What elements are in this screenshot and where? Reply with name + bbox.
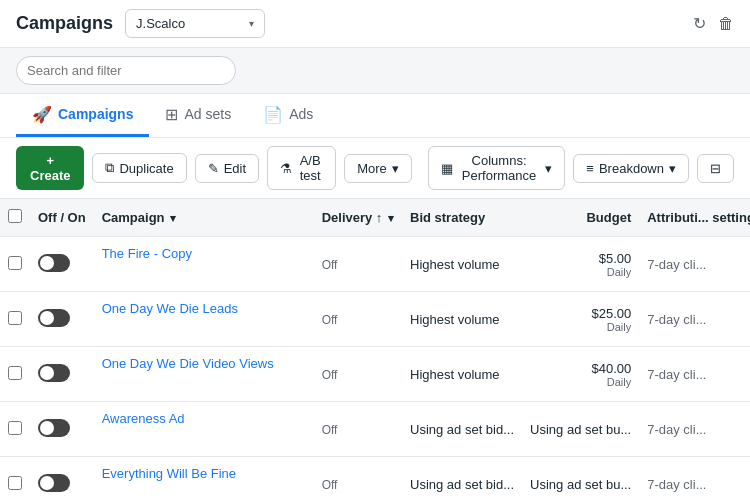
- header-offon: Off / On: [30, 199, 94, 237]
- row-checkbox[interactable]: [8, 366, 22, 380]
- more-row-icon[interactable]: •••: [177, 482, 200, 501]
- header-delivery[interactable]: Delivery ↑ ▾: [314, 199, 402, 237]
- account-selector[interactable]: J.Scalco ▾: [125, 9, 265, 38]
- duplicate-button[interactable]: ⧉ Duplicate: [92, 153, 186, 183]
- row-delivery-cell: Off: [314, 347, 402, 402]
- chart-row-icon[interactable]: 📊: [148, 317, 173, 337]
- campaign-link[interactable]: The Fire - Copy: [102, 246, 192, 261]
- edit-row-icon[interactable]: ✎: [102, 482, 122, 501]
- delete-icon[interactable]: 🗑: [718, 15, 734, 33]
- edit-row-icon[interactable]: ✎: [102, 372, 122, 392]
- edit-row-icon[interactable]: ✎: [102, 427, 122, 447]
- chart-row-icon[interactable]: 📊: [148, 427, 173, 447]
- row-budget-cell: $5.00 Daily: [522, 237, 639, 292]
- chart-row-icon[interactable]: 📊: [148, 262, 173, 282]
- chevron-down-icon: ▾: [545, 161, 552, 176]
- refresh-icon[interactable]: ↻: [693, 14, 706, 33]
- row-checkbox-cell: [0, 237, 30, 292]
- row-bid-strategy-cell: Using ad set bid...: [402, 402, 522, 457]
- search-input[interactable]: [16, 56, 236, 85]
- budget-period: Daily: [530, 321, 631, 333]
- edit-row-icon[interactable]: ✎: [102, 317, 122, 337]
- row-checkbox[interactable]: [8, 421, 22, 435]
- row-campaign-cell: Awareness Ad ✎ ⧉ 📊 •••: [94, 402, 314, 457]
- header-checkbox-cell: [0, 199, 30, 237]
- header-bid-strategy: Bid strategy: [402, 199, 522, 237]
- campaign-toggle[interactable]: [38, 474, 70, 492]
- bid-strategy-value: Highest volume: [410, 367, 500, 382]
- duplicate-row-icon[interactable]: ⧉: [126, 261, 144, 282]
- row-campaign-cell: One Day We Die Leads ✎ ⧉ 📊 •••: [94, 292, 314, 347]
- attribute-value: 7-day cli...: [647, 422, 706, 437]
- budget-amount: $40.00: [530, 361, 631, 376]
- ab-test-button[interactable]: ⚗ A/B test: [267, 146, 336, 190]
- campaign-toggle[interactable]: [38, 309, 70, 327]
- chart-row-icon[interactable]: 📊: [148, 482, 173, 501]
- row-delivery-cell: Off: [314, 237, 402, 292]
- campaign-toggle[interactable]: [38, 254, 70, 272]
- table-row: Awareness Ad ✎ ⧉ 📊 ••• Off Using ad set …: [0, 402, 750, 457]
- budget-amount: Using ad set bu...: [530, 477, 631, 492]
- duplicate-row-icon[interactable]: ⧉: [126, 316, 144, 337]
- campaign-link[interactable]: One Day We Die Leads: [102, 301, 238, 316]
- row-checkbox-cell: [0, 457, 30, 501]
- campaign-link[interactable]: One Day We Die Video Views: [102, 356, 274, 371]
- more-row-icon[interactable]: •••: [177, 372, 200, 392]
- chart-row-icon[interactable]: 📊: [148, 372, 173, 392]
- budget-period: Daily: [530, 376, 631, 388]
- row-checkbox-cell: [0, 402, 30, 457]
- report-icon: ⊟: [710, 161, 721, 176]
- sort-icon: ▾: [388, 212, 394, 224]
- duplicate-row-icon[interactable]: ⧉: [126, 371, 144, 392]
- select-all-checkbox[interactable]: [8, 209, 22, 223]
- row-attribute-cell: 7-day cli...: [639, 292, 750, 347]
- tab-bar: 🚀 Campaigns ⊞ Ad sets 📄 Ads: [0, 94, 750, 138]
- row-toggle-cell: [30, 292, 94, 347]
- edit-button[interactable]: ✎ Edit: [195, 154, 259, 183]
- row-campaign-cell: One Day We Die Video Views ✎ ⧉ 📊 •••: [94, 347, 314, 402]
- budget-period: Daily: [530, 266, 631, 278]
- header-budget: Budget: [522, 199, 639, 237]
- attribute-value: 7-day cli...: [647, 367, 706, 382]
- more-row-icon[interactable]: •••: [177, 262, 200, 282]
- breakdown-icon: ≡: [586, 161, 594, 176]
- campaigns-table-container: Off / On Campaign ▾ Delivery ↑ ▾ Bid str…: [0, 199, 750, 500]
- tab-campaigns[interactable]: 🚀 Campaigns: [16, 94, 149, 137]
- table-row: One Day We Die Leads ✎ ⧉ 📊 ••• Off Highe…: [0, 292, 750, 347]
- row-checkbox[interactable]: [8, 256, 22, 270]
- more-button[interactable]: More ▾: [344, 154, 412, 183]
- more-row-icon[interactable]: •••: [177, 427, 200, 447]
- report-icon-button[interactable]: ⊟: [697, 154, 734, 183]
- row-delivery-cell: Off: [314, 457, 402, 501]
- row-checkbox[interactable]: [8, 311, 22, 325]
- table-row: One Day We Die Video Views ✎ ⧉ 📊 ••• Off…: [0, 347, 750, 402]
- row-bid-strategy-cell: Highest volume: [402, 237, 522, 292]
- budget-amount: Using ad set bu...: [530, 422, 631, 437]
- table-row: The Fire - Copy ✎ ⧉ 📊 ••• Off Highest vo…: [0, 237, 750, 292]
- columns-button[interactable]: ▦ Columns: Performance ▾: [428, 146, 566, 190]
- campaign-toggle[interactable]: [38, 419, 70, 437]
- attribute-value: 7-day cli...: [647, 257, 706, 272]
- duplicate-row-icon[interactable]: ⧉: [126, 481, 144, 500]
- create-button[interactable]: + Create: [16, 146, 84, 190]
- top-bar: Campaigns J.Scalco ▾ ↻ 🗑: [0, 0, 750, 48]
- row-checkbox[interactable]: [8, 476, 22, 490]
- campaign-toggle[interactable]: [38, 364, 70, 382]
- chevron-down-icon: ▾: [249, 18, 254, 29]
- duplicate-row-icon[interactable]: ⧉: [126, 426, 144, 447]
- breakdown-button[interactable]: ≡ Breakdown ▾: [573, 154, 689, 183]
- delivery-status: Off: [322, 258, 338, 272]
- campaign-link[interactable]: Awareness Ad: [102, 411, 185, 426]
- row-delivery-cell: Off: [314, 402, 402, 457]
- edit-row-icon[interactable]: ✎: [102, 262, 122, 282]
- page-title: Campaigns: [16, 13, 113, 34]
- tab-ads[interactable]: 📄 Ads: [247, 94, 329, 137]
- campaign-link[interactable]: Everything Will Be Fine: [102, 466, 236, 481]
- delivery-status: Off: [322, 478, 338, 492]
- tab-adsets[interactable]: ⊞ Ad sets: [149, 94, 247, 137]
- ads-icon: 📄: [263, 105, 283, 124]
- adsets-icon: ⊞: [165, 105, 178, 124]
- chevron-down-icon: ▾: [392, 161, 399, 176]
- more-row-icon[interactable]: •••: [177, 317, 200, 337]
- header-campaign[interactable]: Campaign ▾: [94, 199, 314, 237]
